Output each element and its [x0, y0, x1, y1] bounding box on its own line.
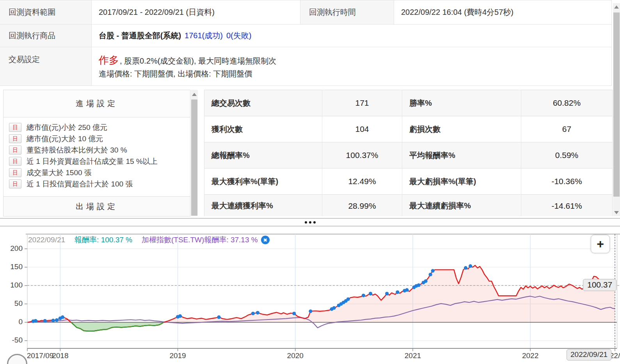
y-tick-label: 50: [1, 299, 23, 308]
condition-text: 總市值(元)小於 250 億元: [27, 123, 107, 133]
trade-setting-line1: 作多, 股票0.2%(成交金額), 最大同時進場無限制次: [99, 53, 276, 67]
backtest-summary-table: 回測資料範圍 2017/09/21 - 2022/09/21 (日資料) 回測執…: [0, 0, 612, 86]
x-tick-label: 2020: [278, 352, 313, 360]
stat-label: 最大虧損率%(單筆): [402, 169, 521, 194]
panel-scrollbar-thumb[interactable]: [191, 99, 197, 216]
y-tick-label: 100: [1, 281, 23, 289]
daily-frequency-badge: 日: [9, 157, 21, 166]
splitter-dot: [309, 221, 311, 224]
stats-row: 最大連續獲利率% 28.99% 最大連續虧損率% -14.61%: [204, 195, 612, 216]
entry-settings-header: 進場設定: [4, 90, 190, 117]
y-tick-label: 200: [1, 244, 23, 253]
y-tick-label: -50: [1, 336, 23, 344]
remove-series-icon[interactable]: ✖: [261, 236, 270, 244]
stat-value: 60.82%: [521, 90, 612, 116]
panel-scroll-up-button[interactable]: [191, 91, 198, 98]
condition-row[interactable]: 日 近 1 日投信買超合計大於 100 張: [4, 178, 190, 190]
exec-time-label: 回測執行時間: [300, 0, 394, 24]
splitter-dot: [313, 221, 316, 224]
data-range-label: 回測資料範圍: [0, 0, 92, 24]
summary-row-range: 回測資料範圍 2017/09/21 - 2022/09/21 (日資料) 回測執…: [0, 0, 612, 25]
condition-row[interactable]: 日 總市值(元)小於 250 億元: [4, 122, 190, 133]
triangle-up-icon: [192, 93, 197, 96]
legend-strategy-return: 報酬率: 100.37 %: [75, 235, 132, 245]
product-name: 台股 - 普通股全部(系統): [99, 30, 181, 41]
stats-row: 最大獲利率%(單筆) 12.49% 最大虧損率%(單筆) -10.36%: [204, 169, 612, 195]
entry-conditions-list: 日 總市值(元)小於 250 億元 日 總市值(元)大於 10 億元 日 董監持…: [4, 117, 190, 190]
condition-text: 成交量大於 1500 張: [27, 168, 92, 178]
performance-chart-region: 2022/09/21 報酬率: 100.37 % 加權指數(TSE.TW)報酬率…: [0, 228, 620, 364]
exit-settings-header: 出場設定: [4, 196, 190, 216]
stat-value: 28.99%: [322, 195, 402, 216]
stat-label: 總交易次數: [204, 90, 322, 116]
direction-long: 作多: [99, 54, 119, 66]
y-tick-label: 150: [1, 263, 23, 271]
summary-row-product: 回測執行商品 台股 - 普通股全部(系統) 1761(成功) 0(失敗): [0, 25, 612, 47]
legend-date: 2022/09/21: [28, 236, 65, 244]
pane-splitter-handle[interactable]: [0, 218, 620, 226]
stat-value: 12.49%: [322, 169, 402, 194]
daily-frequency-badge: 日: [9, 179, 21, 188]
current-date-tooltip: 2022/09/21: [567, 349, 611, 360]
stat-value: -10.36%: [521, 169, 612, 194]
condition-row[interactable]: 日 董監持股佔股本比例大於 30 %: [4, 144, 190, 156]
chart-legend: 2022/09/21 報酬率: 100.37 % 加權指數(TSE.TW)報酬率…: [28, 235, 270, 245]
condition-text: 董監持股佔股本比例大於 30 %: [27, 145, 127, 155]
triangle-up-icon: [614, 5, 619, 9]
data-range-value: 2017/09/21 - 2022/09/21 (日資料): [92, 0, 300, 24]
summary-row-trade-setting: 交易設定 作多, 股票0.2%(成交金額), 最大同時進場無限制次 進場價格: …: [0, 47, 612, 86]
stat-label: 虧損次數: [402, 116, 521, 142]
stat-value: 104: [322, 116, 402, 142]
stat-label: 最大連續獲利率%: [204, 195, 322, 216]
product-fail-count: 0(失敗): [226, 30, 251, 41]
backtest-app: { "summary": { "data_range_label": "回測資料…: [0, 0, 620, 364]
stat-value: 100.37%: [322, 142, 402, 168]
results-scrollbar-thumb[interactable]: [613, 12, 620, 197]
x-tick-label: 2021: [395, 352, 430, 360]
panel-scrollbar[interactable]: [191, 90, 198, 216]
daily-frequency-badge: 日: [9, 134, 21, 143]
exec-time-value: 2022/09/22 16:04 (費時4分57秒): [394, 0, 612, 24]
stat-value: -14.61%: [521, 195, 612, 216]
trade-setting-value: 作多, 股票0.2%(成交金額), 最大同時進場無限制次 進場價格: 下期開盤價…: [92, 47, 612, 85]
trade-setting-rest: , 股票0.2%(成交金額), 最大同時進場無限制次: [120, 57, 276, 65]
condition-text: 總市值(元)大於 10 億元: [27, 134, 103, 144]
x-tick-label: 2022: [513, 352, 548, 360]
legend-index-return: 加權指數(TSE.TW)報酬率: 37.13 %: [142, 235, 258, 245]
stat-label: 總報酬率%: [204, 142, 322, 168]
condition-row[interactable]: 日 近 1 日外資買超合計佔成交量 15 %以上: [4, 156, 190, 167]
stat-label: 最大連續虧損率%: [402, 195, 521, 216]
results-scroll-up-button[interactable]: [613, 3, 620, 11]
performance-chart[interactable]: [0, 228, 620, 364]
product-value: 台股 - 普通股全部(系統) 1761(成功) 0(失敗): [92, 25, 612, 47]
stats-row: 總交易次數 171 勝率% 60.82%: [204, 90, 612, 116]
backtest-stats-table: 總交易次數 171 勝率% 60.82% 獲利次數 104 虧損次數 67 總報…: [204, 90, 613, 216]
stats-row: 總報酬率% 100.37% 平均報酬率% 0.59%: [204, 142, 612, 169]
triangle-down-icon: [614, 211, 619, 214]
stats-row: 獲利次數 104 虧損次數 67: [204, 116, 612, 142]
daily-frequency-badge: 日: [9, 168, 21, 177]
product-success-count: 1761(成功): [185, 30, 223, 41]
stat-label: 勝率%: [402, 90, 521, 116]
stat-value: 0.59%: [521, 142, 612, 168]
stat-label: 獲利次數: [204, 116, 322, 142]
stat-label: 平均報酬率%: [402, 142, 521, 168]
condition-row[interactable]: 日 成交量大於 1500 張: [4, 167, 190, 178]
zoom-in-button[interactable]: +: [591, 235, 610, 253]
trade-setting-line2: 進場價格: 下期開盤價, 出場價格: 下期開盤價: [99, 69, 252, 79]
stat-value: 67: [521, 116, 612, 142]
condition-row[interactable]: 日 總市值(元)大於 10 億元: [4, 133, 190, 144]
splitter-dot: [305, 221, 307, 224]
x-tick-label: 2019: [160, 352, 195, 360]
y-tick-label: 0: [1, 318, 23, 326]
results-scroll-down-button[interactable]: [613, 209, 620, 216]
product-label: 回測執行商品: [0, 25, 92, 47]
current-value-tooltip: 100.37: [583, 279, 616, 291]
x-tick-label: 2018: [43, 352, 78, 360]
results-scrollbar[interactable]: [613, 3, 620, 216]
trade-setting-label: 交易設定: [0, 47, 92, 85]
stat-value: 171: [322, 90, 402, 116]
daily-frequency-badge: 日: [9, 123, 21, 132]
entry-settings-panel: 進場設定 日 總市值(元)小於 250 億元 日 總市值(元)大於 10 億元 …: [3, 90, 190, 217]
condition-text: 近 1 日外資買超合計佔成交量 15 %以上: [27, 156, 158, 167]
